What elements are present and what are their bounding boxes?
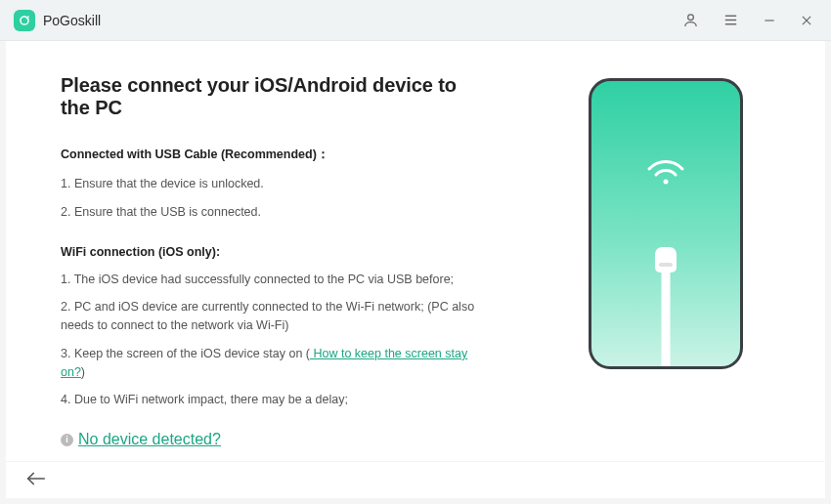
back-button[interactable] — [25, 471, 47, 490]
wifi-step: 3. Keep the screen of the iOS device sta… — [61, 345, 491, 382]
menu-icon[interactable] — [722, 12, 739, 28]
svg-point-8 — [664, 180, 669, 185]
wifi-step: 4. Due to WiFi network impact, there may… — [61, 391, 491, 409]
svg-point-1 — [688, 15, 694, 21]
close-button[interactable] — [800, 14, 813, 27]
info-icon: i — [61, 434, 73, 446]
usb-step: 1. Ensure that the device is unlocked. — [61, 175, 491, 193]
footer-bar — [6, 461, 825, 498]
phone-icon — [589, 78, 743, 369]
wifi-step3-suffix: ) — [81, 365, 85, 379]
usb-step: 2. Ensure that the USB is connected. — [61, 203, 491, 222]
window-controls — [682, 12, 813, 28]
page-title: Please connect your iOS/Android device t… — [61, 74, 491, 119]
brand: PoGoskill — [14, 10, 101, 31]
wifi-step: 1. The iOS device had successfully conne… — [61, 271, 491, 289]
minimize-button[interactable] — [763, 14, 776, 27]
no-device-row: i No device detected? — [61, 431, 491, 448]
cable-cord-icon — [662, 273, 671, 366]
wifi-step3-prefix: 3. Keep the screen of the iOS device sta… — [61, 347, 310, 360]
wifi-step: 2. PC and iOS device are currently conne… — [61, 298, 491, 335]
instructions-panel: Please connect your iOS/Android device t… — [61, 74, 491, 461]
brand-name: PoGoskill — [43, 13, 101, 28]
phone-illustration — [553, 74, 778, 461]
main-content: Please connect your iOS/Android device t… — [6, 41, 825, 461]
usb-section-title: Connected with USB Cable (Recommended)： — [61, 147, 491, 163]
cable-icon — [655, 247, 677, 273]
titlebar: PoGoskill — [0, 0, 831, 41]
account-icon[interactable] — [682, 12, 699, 28]
wifi-section-title: WiFi connection (iOS only): — [61, 245, 491, 259]
wifi-icon — [646, 157, 685, 190]
no-device-link[interactable]: No device detected? — [78, 431, 221, 448]
app-logo-icon — [14, 10, 35, 31]
